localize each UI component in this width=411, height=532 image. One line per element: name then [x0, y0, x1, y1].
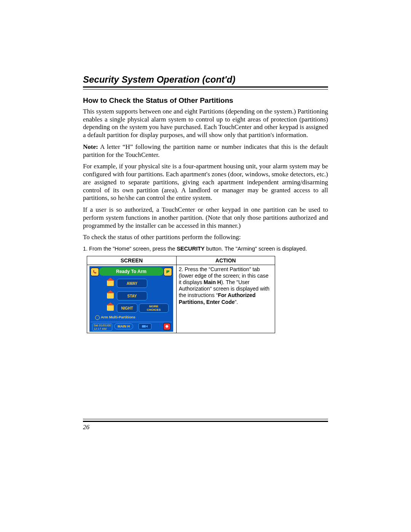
- arm-multi-partitions[interactable]: Arm Multi-Partitions: [95, 315, 135, 320]
- note-rest: A letter “H” following the partition nam…: [83, 143, 328, 158]
- house-night-icon: [107, 305, 114, 311]
- date-line2: 12:17 AM: [94, 327, 107, 331]
- col-header-action: ACTION: [176, 256, 275, 265]
- divider-bottom: [83, 419, 328, 422]
- action-cell: 2. Press the “Current Partition” tab (lo…: [176, 265, 275, 333]
- house-away-icon: [107, 280, 114, 286]
- touchcenter-screenshot: Ready To Arm AWAY STAY NIGHT MORE CHOICE…: [89, 266, 173, 332]
- more-line1: MORE: [139, 305, 168, 308]
- bottom-bar: Sat 01/01/00 12:17 AM MAIN H: [91, 322, 172, 331]
- away-button[interactable]: AWAY: [117, 279, 147, 288]
- note-label: Note:: [83, 143, 98, 150]
- action-bold1: Main H: [204, 279, 221, 285]
- panic-button[interactable]: [163, 323, 170, 330]
- svg-rect-0: [142, 325, 146, 328]
- paragraph-lead: To check the status of other partitions …: [83, 233, 328, 241]
- phone-icon: [91, 268, 99, 276]
- divider-top: [83, 86, 328, 89]
- datetime: Sat 01/01/00 12:17 AM: [92, 323, 112, 331]
- step-1: 1. From the "Home" screen, press the SEC…: [83, 245, 328, 252]
- night-button[interactable]: NIGHT: [117, 304, 137, 313]
- paragraph-intro: This system supports between one and eig…: [83, 108, 328, 139]
- chapter-title: Security System Operation (cont'd): [83, 74, 328, 85]
- house-stay-icon: [107, 292, 114, 299]
- step-1-post: button. The "Arming" screen is displayed…: [205, 246, 307, 252]
- date-line1: Sat 01/01/00: [94, 324, 111, 327]
- voice-button[interactable]: [139, 323, 151, 329]
- page-number: 26: [83, 423, 328, 431]
- arm-status-bar: Ready To Arm: [99, 267, 164, 276]
- stay-button[interactable]: STAY: [117, 291, 147, 300]
- radio-off-icon: [95, 315, 100, 320]
- step-1-bold: SECURITY: [177, 246, 204, 252]
- more-choices-button[interactable]: MORE CHOICES: [139, 304, 169, 313]
- paragraph-example: For example, if your physical site is a …: [83, 163, 328, 202]
- step-1-pre: 1. From the "Home" screen, press the: [83, 246, 177, 252]
- msg-icon: [164, 268, 172, 276]
- current-partition-tab[interactable]: MAIN H: [114, 323, 133, 329]
- more-line2: CHOICES: [139, 308, 168, 312]
- screen-action-table: SCREEN ACTION Ready To Arm AWAY STAY: [87, 256, 275, 333]
- paragraph-authorized: If a user is so authorized, a TouchCente…: [83, 206, 328, 230]
- section-title: How to Check the Status of Other Partiti…: [83, 96, 328, 105]
- paragraph-note: Note: A letter “H” following the partiti…: [83, 143, 328, 159]
- col-header-screen: SCREEN: [87, 256, 177, 265]
- action-seg3: ”.: [235, 299, 238, 305]
- arm-multi-label: Arm Multi-Partitions: [101, 315, 135, 319]
